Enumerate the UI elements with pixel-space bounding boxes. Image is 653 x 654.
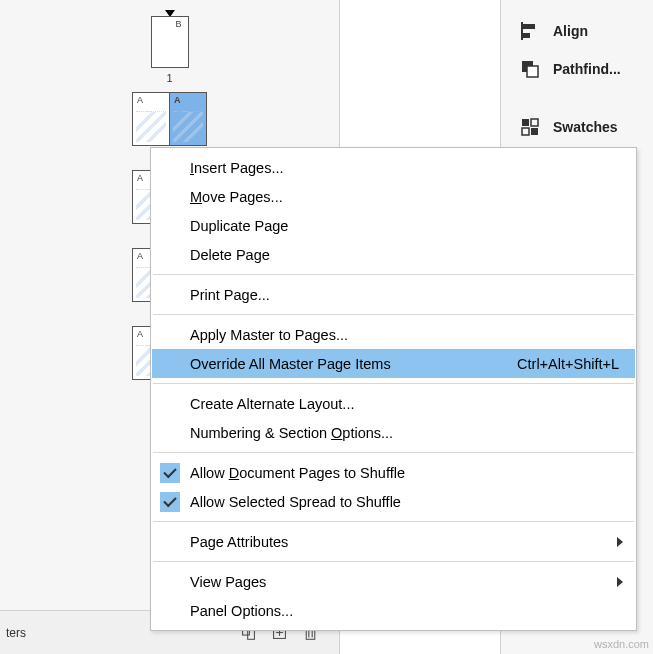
menu-item-label: Apply Master to Pages... [190,327,348,343]
menu-item-label: Delete Page [190,247,270,263]
panel-button-label: Swatches [553,119,618,135]
menu-item-label: Allow Document Pages to Shuffle [190,465,405,481]
menu-item-numbering-section-options[interactable]: Numbering & Section Options... [152,418,635,447]
menu-item-label: Insert Pages... [190,160,284,176]
menu-item-label: Allow Selected Spread to Shuffle [190,494,401,510]
menu-separator [153,521,634,522]
pathfinder-icon [519,58,541,80]
menu-item-label: Page Attributes [190,534,288,550]
submenu-arrow-icon [617,577,623,587]
menu-item-insert-pages[interactable]: Insert Pages... [152,153,635,182]
menu-item-allow-selected-spread-to-shuffle[interactable]: Allow Selected Spread to Shuffle [152,487,635,516]
menu-item-apply-master-to-pages[interactable]: Apply Master to Pages... [152,320,635,349]
panel-button-pathfind-[interactable]: Pathfind... [501,50,653,88]
menu-item-label: View Pages [190,574,266,590]
svg-rect-15 [522,119,529,126]
menu-item-label: Print Page... [190,287,270,303]
panel-button-align[interactable]: Align [501,12,653,50]
menu-item-label: Duplicate Page [190,218,288,234]
svg-rect-17 [522,128,529,135]
menu-item-create-alternate-layout[interactable]: Create Alternate Layout... [152,389,635,418]
menu-item-move-pages[interactable]: Move Pages... [152,182,635,211]
menu-item-duplicate-page[interactable]: Duplicate Page [152,211,635,240]
align-icon [519,20,541,42]
menu-separator [153,452,634,453]
svg-rect-14 [527,66,538,77]
pages-context-menu: Insert Pages...Move Pages...Duplicate Pa… [150,147,637,631]
panel-button-label: Pathfind... [553,61,621,77]
submenu-arrow-icon [617,537,623,547]
menu-item-label: Create Alternate Layout... [190,396,354,412]
menu-item-allow-document-pages-to-shuffle[interactable]: Allow Document Pages to Shuffle [152,458,635,487]
page-thumb[interactable]: B1 [151,16,189,84]
menu-item-override-all-master-page-items[interactable]: Override All Master Page ItemsCtrl+Alt+S… [152,349,635,378]
menu-item-label: Move Pages... [190,189,283,205]
menu-separator [153,274,634,275]
page-label: 1 [166,72,172,84]
menu-item-label: Override All Master Page Items [190,356,391,372]
menu-separator [153,314,634,315]
panel-button-swatches[interactable]: Swatches [501,108,653,146]
swatches-icon [519,116,541,138]
panel-button-label: Align [553,23,588,39]
menu-item-panel-options[interactable]: Panel Options... [152,596,635,625]
footer-left-text: ters [0,626,26,640]
menu-item-page-attributes[interactable]: Page Attributes [152,527,635,556]
menu-item-view-pages[interactable]: View Pages [152,567,635,596]
menu-item-label: Panel Options... [190,603,293,619]
svg-rect-10 [522,24,535,29]
menu-item-print-page[interactable]: Print Page... [152,280,635,309]
menu-item-delete-page[interactable]: Delete Page [152,240,635,269]
menu-separator [153,561,634,562]
watermark: wsxdn.com [594,638,649,650]
menu-shortcut: Ctrl+Alt+Shift+L [517,356,619,372]
svg-rect-16 [531,119,538,126]
svg-rect-18 [531,128,538,135]
menu-separator [153,383,634,384]
svg-rect-11 [522,33,530,38]
check-icon [160,492,180,512]
check-icon [160,463,180,483]
menu-item-label: Numbering & Section Options... [190,425,393,441]
